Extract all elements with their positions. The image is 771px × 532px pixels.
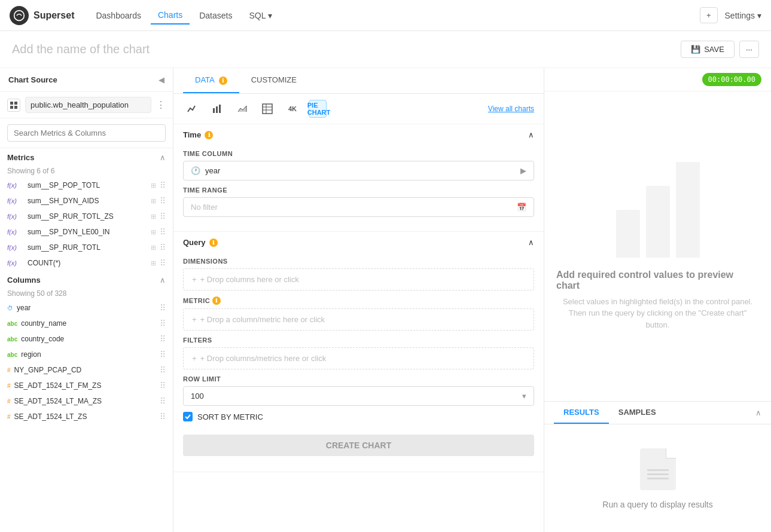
data-tab-icon: ℹ xyxy=(219,77,227,85)
samples-tab[interactable]: SAMPLES xyxy=(609,402,666,424)
sort-by-metric-row: SORT BY METRIC xyxy=(183,412,534,421)
filters-drop-zone[interactable]: + + Drop columns/metrics here or click xyxy=(183,347,534,369)
query-timer: 00:00:00.00 xyxy=(702,73,761,86)
dimensions-label: DIMENSIONS xyxy=(183,258,534,265)
sidebar-collapse-icon[interactable]: ◀ xyxy=(159,75,164,84)
logo-icon xyxy=(10,6,29,25)
svg-point-0 xyxy=(14,10,25,20)
nav-datasets[interactable]: Datasets xyxy=(192,7,239,24)
empty-file-icon xyxy=(640,448,676,490)
list-item[interactable]: ⏱ year ⠿ xyxy=(0,300,173,316)
results-tab-group: RESULTS SAMPLES xyxy=(554,402,666,424)
columns-collapse-button[interactable]: ∧ xyxy=(160,276,166,285)
list-item[interactable]: # SE_ADT_1524_LT_FM_ZS ⠿ xyxy=(0,378,173,393)
chart-type-table[interactable] xyxy=(258,100,276,118)
list-item[interactable]: f(x) COUNT(*) ⊞ ⠿ xyxy=(0,255,173,271)
chart-type-pie[interactable]: PIE CHART xyxy=(309,100,327,118)
metrics-section-header: Metrics ∧ xyxy=(0,148,173,164)
list-item[interactable]: abc country_name ⠿ xyxy=(0,316,173,331)
nav-sql[interactable]: SQL ▾ xyxy=(242,7,279,24)
tab-customize[interactable]: CUSTOMIZE xyxy=(239,68,309,93)
sort-by-metric-checkbox[interactable] xyxy=(183,412,193,421)
nav-links: Dashboards Charts Datasets SQL ▾ xyxy=(89,7,279,25)
query-title: Query ℹ xyxy=(183,238,218,247)
query-section: Query ℹ ∧ DIMENSIONS + + Drop columns he… xyxy=(173,232,544,472)
time-column-label: TIME COLUMN xyxy=(183,150,534,157)
svg-rect-3 xyxy=(10,106,13,109)
controls-scroll: Time ℹ ∧ TIME COLUMN 🕐 year ▶ TIME RANGE… xyxy=(173,124,544,532)
chart-source-title: Chart Source xyxy=(8,75,57,84)
preview-desc: Select values in highlighted field(s) in… xyxy=(556,296,759,331)
sidebar: Chart Source ◀ public.wb_health_populati… xyxy=(0,68,173,532)
source-more-icon[interactable]: ⋮ xyxy=(156,99,166,111)
query-section-content: DIMENSIONS + + Drop columns here or clic… xyxy=(173,253,544,472)
metrics-label: Metrics xyxy=(7,153,35,162)
nav-charts[interactable]: Charts xyxy=(151,7,190,25)
svg-rect-2 xyxy=(14,102,17,105)
file-line xyxy=(647,478,669,479)
list-item[interactable]: f(x) sum__SP_RUR_TOTL_ZS ⊞ ⠿ xyxy=(0,209,173,224)
results-tab[interactable]: RESULTS xyxy=(554,402,609,424)
chart-type-line[interactable] xyxy=(183,100,201,118)
right-panel: 00:00:00.00 Add required control values … xyxy=(544,68,771,532)
time-range-label: TIME RANGE xyxy=(183,186,534,194)
time-section-content: TIME COLUMN 🕐 year ▶ TIME RANGE No filte… xyxy=(173,145,544,231)
results-collapse-button[interactable]: ∧ xyxy=(755,408,761,417)
svg-rect-7 xyxy=(219,105,221,113)
time-section: Time ℹ ∧ TIME COLUMN 🕐 year ▶ TIME RANGE… xyxy=(173,124,544,232)
list-item[interactable]: # SE_ADT_1524_LT_MA_ZS ⠿ xyxy=(0,393,173,409)
list-item[interactable]: f(x) sum__SP_DYN_LE00_IN ⊞ ⠿ xyxy=(0,224,173,240)
list-item[interactable]: f(x) sum__SP_POP_TOTL ⊞ ⠿ xyxy=(0,178,173,193)
more-options-button[interactable]: ··· xyxy=(739,41,759,58)
file-line xyxy=(647,473,669,475)
settings-button[interactable]: Settings ▾ xyxy=(725,11,761,20)
time-title: Time ℹ xyxy=(183,130,213,139)
tab-data[interactable]: DATA ℹ xyxy=(183,68,239,93)
grid-icon[interactable] xyxy=(7,99,20,112)
sidebar-header: Chart Source ◀ xyxy=(0,68,173,92)
time-range-placeholder: No filter xyxy=(191,203,218,212)
row-limit-arrow: ▾ xyxy=(522,392,526,400)
chart-type-area[interactable] xyxy=(233,100,251,118)
preview-bars xyxy=(616,162,700,258)
metrics-collapse-button[interactable]: ∧ xyxy=(160,153,166,162)
bar-3 xyxy=(676,162,700,258)
list-item[interactable]: f(x) sum__SH_DYN_AIDS ⊞ ⠿ xyxy=(0,193,173,209)
time-column-value: year xyxy=(205,166,520,175)
metric-drop-zone[interactable]: + + Drop a column/metric here or click xyxy=(183,308,534,331)
create-chart-button[interactable]: CREATE CHART xyxy=(183,435,534,456)
plus-icon-filters: + xyxy=(192,354,197,363)
list-item[interactable]: # NY_GNP_PCAP_CD ⠿ xyxy=(0,362,173,378)
view-all-charts-link[interactable]: View all charts xyxy=(488,105,534,113)
time-section-header[interactable]: Time ℹ ∧ xyxy=(173,124,544,145)
time-column-select[interactable]: 🕐 year ▶ xyxy=(183,161,534,181)
query-section-header[interactable]: Query ℹ ∧ xyxy=(173,232,544,253)
results-tabs: RESULTS SAMPLES ∧ xyxy=(544,402,771,424)
tabs-row: DATA ℹ CUSTOMIZE xyxy=(173,68,544,94)
chart-type-bar[interactable] xyxy=(208,100,226,118)
results-empty-text: Run a query to display results xyxy=(602,500,712,509)
main-layout: Chart Source ◀ public.wb_health_populati… xyxy=(0,68,771,532)
metrics-count: Showing 6 of 6 xyxy=(0,164,173,178)
columns-list: ⏱ year ⠿ abc country_name ⠿ abc country_… xyxy=(0,300,173,424)
add-button[interactable]: + xyxy=(700,7,718,23)
row-limit-select[interactable]: 100 ▾ xyxy=(183,386,534,406)
svg-rect-8 xyxy=(263,104,272,114)
list-item[interactable]: # SE_ADT_1524_LT_ZS ⠿ xyxy=(0,409,173,424)
dimensions-drop-zone[interactable]: + + Drop columns here or click xyxy=(183,268,534,291)
timer-bar: 00:00:00.00 xyxy=(544,68,771,91)
list-item[interactable]: abc region ⠿ xyxy=(0,347,173,362)
metric-info-icon: ℹ xyxy=(212,296,221,305)
chart-type-row: 4K PIE CHART View all charts xyxy=(173,94,544,124)
save-button[interactable]: 💾 SAVE xyxy=(681,41,735,58)
nav-dashboards[interactable]: Dashboards xyxy=(89,7,148,24)
search-metrics-input[interactable] xyxy=(7,124,166,142)
list-item[interactable]: abc country_code ⠿ xyxy=(0,331,173,347)
list-item[interactable]: f(x) sum__SP_RUR_TOTL ⊞ ⠿ xyxy=(0,240,173,255)
search-box xyxy=(0,118,173,148)
time-range-input[interactable]: No filter 📅 xyxy=(183,197,534,217)
columns-count: Showing 50 of 328 xyxy=(0,287,173,300)
query-info-icon: ℹ xyxy=(209,239,218,247)
chart-type-4k[interactable]: 4K xyxy=(284,100,301,118)
row-limit-value: 100 xyxy=(191,392,522,400)
